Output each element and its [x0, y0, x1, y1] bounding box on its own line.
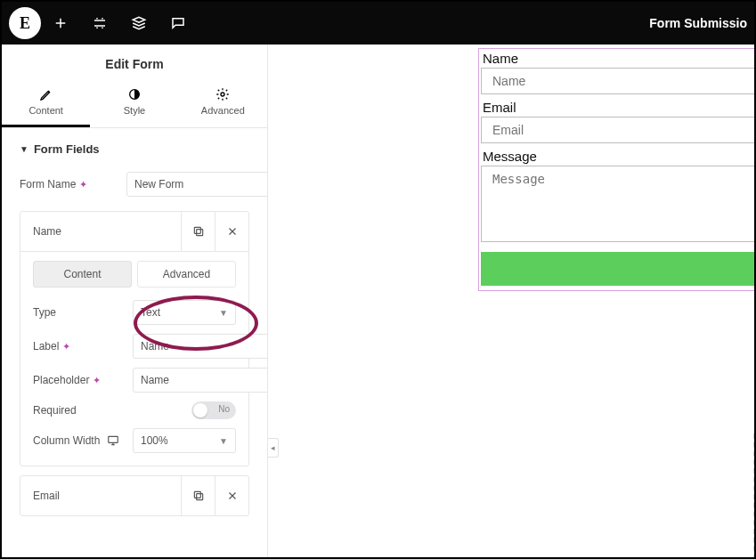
- placeholder-label: Placeholder ✦: [33, 374, 133, 386]
- topbar-left: E: [9, 2, 198, 45]
- column-width-label: Column Width: [33, 434, 133, 447]
- label-input[interactable]: [133, 334, 268, 359]
- toggle-knob: [193, 403, 207, 417]
- svg-point-1: [221, 93, 224, 96]
- tab-advanced[interactable]: Advanced: [179, 80, 267, 127]
- tab-style[interactable]: Style: [90, 80, 178, 127]
- section-title: Form Fields: [34, 142, 100, 156]
- main-area: Edit Form Content Style Advanced ▼ Form …: [2, 45, 754, 557]
- required-row: Required No: [33, 401, 236, 419]
- remove-button[interactable]: [215, 476, 248, 515]
- svg-rect-3: [194, 227, 200, 233]
- copy-icon: [192, 490, 205, 502]
- add-button[interactable]: [41, 2, 80, 45]
- top-bar: E Form Submissio: [2, 2, 754, 45]
- form-name-row: Form Name ✦: [20, 172, 249, 197]
- panel-title: Edit Form: [2, 45, 267, 80]
- ai-sparkle-icon[interactable]: ✦: [93, 375, 101, 386]
- svg-rect-6: [109, 436, 118, 442]
- chevron-down-icon: ▼: [219, 436, 228, 446]
- panel-tabs: Content Style Advanced: [2, 80, 267, 128]
- preview-name-label: Name: [481, 51, 754, 66]
- section-header[interactable]: ▼ Form Fields: [20, 142, 249, 156]
- style-icon: [127, 87, 142, 101]
- column-width-select[interactable]: 100% ▼: [133, 428, 236, 453]
- tab-content[interactable]: Content: [2, 80, 90, 127]
- close-icon: [226, 225, 239, 238]
- svg-rect-2: [196, 230, 202, 236]
- close-icon: [226, 490, 239, 502]
- ai-sparkle-icon[interactable]: ✦: [62, 341, 70, 352]
- form-fields-repeater: Name Content Advanced: [20, 211, 249, 516]
- caret-down-icon: ▼: [20, 144, 28, 154]
- column-width-row: Column Width 100% ▼: [33, 428, 236, 453]
- page-title: Form Submissio: [649, 16, 747, 30]
- placeholder-row: Placeholder ✦: [33, 368, 236, 393]
- form-fields-section: ▼ Form Fields Form Name ✦ Name: [2, 128, 267, 539]
- copy-icon: [192, 225, 205, 238]
- placeholder-input[interactable]: [133, 368, 268, 393]
- form-name-label: Form Name ✦: [20, 178, 126, 190]
- duplicate-button[interactable]: [181, 212, 215, 251]
- form-preview[interactable]: Name Email Message: [478, 48, 754, 291]
- label-row: Label ✦: [33, 334, 236, 359]
- field-item-header: Email: [20, 476, 248, 515]
- gear-icon: [215, 87, 230, 101]
- editor-sidebar: Edit Form Content Style Advanced ▼ Form …: [2, 45, 268, 557]
- form-name-input[interactable]: [126, 172, 268, 197]
- type-label: Type: [33, 306, 133, 319]
- tab-advanced-label: Advanced: [201, 105, 245, 116]
- tab-content-label: Content: [28, 105, 63, 116]
- settings-icon[interactable]: [80, 2, 119, 45]
- preview-email-label: Email: [481, 100, 754, 115]
- field-item-body: Content Advanced Type Text ▼: [20, 251, 248, 466]
- field-item-email: Email: [20, 475, 249, 516]
- elementor-logo[interactable]: E: [9, 7, 41, 39]
- duplicate-button[interactable]: [181, 476, 215, 515]
- type-select[interactable]: Text ▼: [133, 300, 236, 325]
- sub-tab-content[interactable]: Content: [33, 261, 132, 288]
- svg-rect-7: [196, 494, 202, 500]
- svg-rect-8: [194, 491, 200, 498]
- preview-canvas: Name Email Message: [268, 45, 754, 557]
- desktop-icon[interactable]: [107, 434, 119, 447]
- tab-style-label: Style: [124, 105, 145, 116]
- sub-tab-advanced[interactable]: Advanced: [137, 261, 236, 288]
- field-item-header: Name: [20, 212, 248, 251]
- chevron-down-icon: ▼: [219, 308, 228, 318]
- remove-button[interactable]: [215, 212, 248, 251]
- required-toggle[interactable]: No: [191, 401, 236, 419]
- structure-icon[interactable]: [119, 2, 159, 45]
- field-sub-tabs: Content Advanced: [33, 261, 236, 288]
- label-label: Label ✦: [33, 340, 133, 352]
- comment-icon[interactable]: [159, 2, 198, 45]
- pencil-icon: [39, 87, 53, 101]
- required-label: Required: [33, 404, 133, 417]
- field-item-title[interactable]: Name: [20, 225, 181, 238]
- preview-message-input[interactable]: [481, 166, 754, 242]
- preview-email-input[interactable]: [481, 117, 754, 143]
- type-row: Type Text ▼: [33, 300, 236, 325]
- preview-name-input[interactable]: [481, 68, 754, 94]
- sidebar-collapse-handle[interactable]: ◂: [268, 438, 279, 458]
- field-item-name: Name Content Advanced: [20, 211, 249, 466]
- preview-submit-button[interactable]: [481, 252, 754, 286]
- field-item-title[interactable]: Email: [20, 490, 181, 502]
- preview-message-label: Message: [481, 149, 754, 164]
- ai-sparkle-icon[interactable]: ✦: [79, 179, 87, 190]
- empty-drop-zone[interactable]: [753, 433, 754, 557]
